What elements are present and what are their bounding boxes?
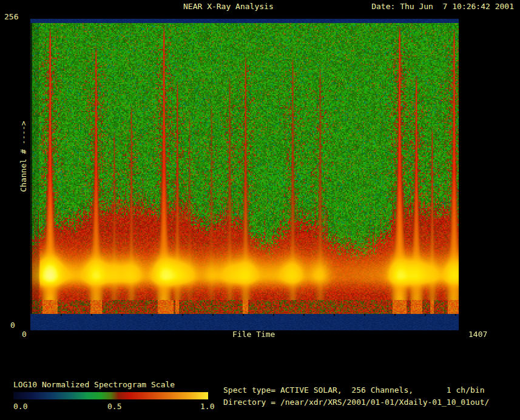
directory-line: Directory = /near/xdr/XRS/2001/01-01/Xda… [223,398,489,407]
scale-bar-title: LOG10 Normalized Spectrogram Scale [13,381,175,389]
colorbar-gradient [13,392,208,399]
y-axis-max-label: 256 [4,13,18,21]
y-axis-min-label: 0 [10,321,15,330]
scale-tick-min: 0.0 [13,402,27,411]
x-axis-max-label: 1407 [468,330,487,339]
x-axis-min-label: 0 [22,330,27,339]
page-title: NEAR X-Ray Analysis [183,2,274,11]
date-label: Date: Thu Jun 7 10:26:42 2001 [371,2,514,11]
x-axis-title: File Time [232,330,275,339]
spect-type-line: Spect type= ACTIVE SOLAR, 256 Channels, … [223,386,484,395]
spectrogram-canvas [30,19,459,330]
y-axis-title: Channel # ----> [19,121,28,192]
scale-tick-max: 1.0 [200,402,214,411]
scale-tick-mid: 0.5 [107,402,121,411]
near-xray-analysis-window: { "window": { "bg": "#000000", "text_col… [0,0,520,420]
